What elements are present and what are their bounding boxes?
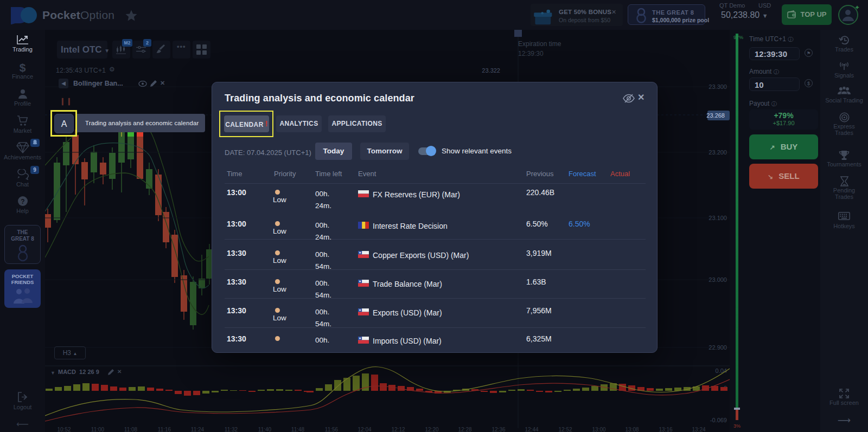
svg-text:13:24: 13:24 [692, 427, 705, 432]
svg-text:10:52: 10:52 [57, 427, 71, 432]
svg-text:11:16: 11:16 [158, 427, 171, 432]
svg-text:11:00: 11:00 [91, 427, 105, 432]
svg-text:★: ★ [359, 280, 361, 283]
svg-text:★: ★ [359, 308, 361, 312]
svg-text:13:08: 13:08 [625, 427, 639, 432]
svg-text:11:32: 11:32 [225, 427, 238, 432]
svg-text:11:56: 11:56 [325, 427, 339, 432]
svg-text:13:00: 13:00 [592, 427, 605, 432]
svg-text:23.000: 23.000 [709, 276, 727, 283]
svg-text:11:24: 11:24 [191, 427, 205, 432]
svg-text:11:40: 11:40 [258, 427, 272, 432]
svg-text:-0.069: -0.069 [710, 417, 727, 423]
svg-text:★: ★ [359, 251, 361, 254]
svg-text:23.100: 23.100 [709, 215, 727, 221]
svg-text:0.04: 0.04 [716, 367, 727, 374]
svg-text:13:16: 13:16 [659, 427, 672, 432]
svg-text:23.200: 23.200 [709, 149, 727, 156]
svg-text:11:08: 11:08 [124, 427, 138, 432]
svg-text:12:44: 12:44 [525, 427, 538, 432]
svg-text:?: ? [21, 198, 24, 205]
svg-text:23.300: 23.300 [709, 83, 727, 90]
svg-text:11:48: 11:48 [291, 427, 305, 432]
svg-text:12:36: 12:36 [492, 427, 505, 432]
svg-text:12:04: 12:04 [358, 427, 371, 432]
svg-text:★: ★ [359, 337, 361, 340]
svg-text:Expiration time: Expiration time [518, 40, 561, 48]
svg-text:12:28: 12:28 [458, 427, 471, 432]
svg-text:12:12: 12:12 [391, 427, 405, 432]
svg-text:23.322: 23.322 [482, 67, 500, 74]
svg-text:22.900: 22.900 [709, 344, 727, 351]
svg-text:23.268: 23.268 [706, 112, 725, 119]
svg-text:12:20: 12:20 [425, 427, 438, 432]
svg-text:12:52: 12:52 [558, 427, 572, 432]
svg-text:12:39:30: 12:39:30 [518, 50, 544, 57]
